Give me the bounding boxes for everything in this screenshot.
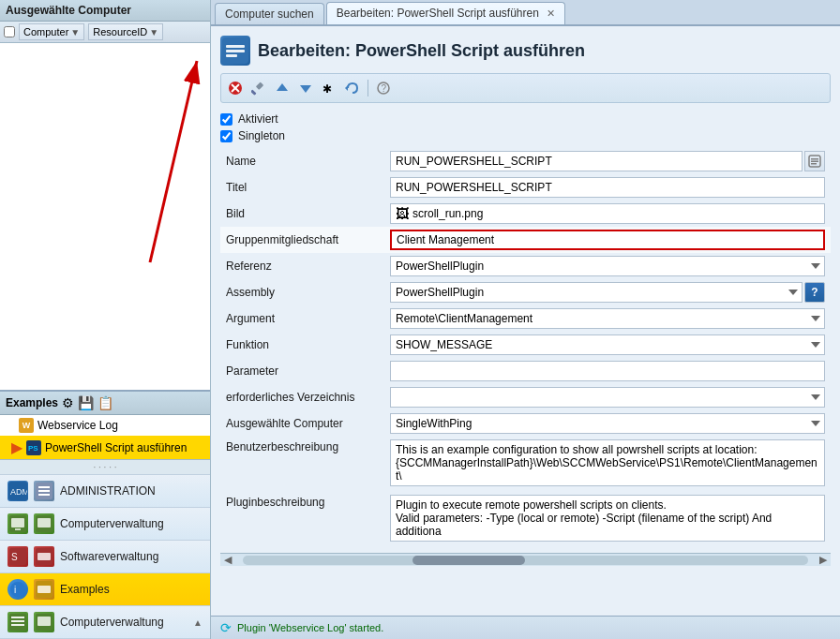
svg-rect-26 xyxy=(38,617,51,626)
software-icon: S xyxy=(8,546,28,567)
assembly-help-btn[interactable]: ? xyxy=(804,282,825,303)
field-cell-bild: 🖼 scroll_run.png xyxy=(384,201,831,227)
titel-input[interactable] xyxy=(390,177,825,198)
form-title-icon xyxy=(220,36,250,66)
tab-close-icon[interactable]: ✕ xyxy=(547,7,555,20)
examples-icon3[interactable]: 📋 xyxy=(98,395,113,410)
field-row-name: Name xyxy=(220,148,831,174)
sidebar-item-examples[interactable]: i Examples xyxy=(0,573,210,606)
assembly-select[interactable]: PowerShellPlugin xyxy=(390,282,802,303)
toolbar-help-btn[interactable]: ? xyxy=(373,78,394,98)
svg-rect-31 xyxy=(226,50,245,52)
status-text: Plugin 'Webservice Log' started. xyxy=(237,622,383,633)
scroll-thumb[interactable] xyxy=(412,556,526,565)
verzeichnis-select[interactable] xyxy=(390,387,825,408)
svg-rect-45 xyxy=(811,158,818,160)
sidebar-item-software[interactable]: S Softwareverwaltung xyxy=(0,541,210,573)
field-row-argument: Argument Remote\ClientManagement xyxy=(220,305,831,332)
name-input[interactable] xyxy=(390,151,802,171)
field-cell-name xyxy=(384,148,831,174)
referenz-select[interactable]: PowerShellPlugin xyxy=(390,256,825,276)
scroll-left-btn[interactable]: ◀ xyxy=(220,554,235,566)
sidebar-item-computer[interactable]: Computerverwaltung xyxy=(0,508,210,541)
field-row-assembly: Assembly PowerShellPlugin ? xyxy=(220,279,831,305)
svg-rect-10 xyxy=(15,528,21,530)
sidebar-item-computer2[interactable]: Computerverwaltung ▲ xyxy=(0,606,210,639)
tab-computer-suchen[interactable]: Computer suchen xyxy=(215,3,324,24)
parameter-input[interactable] xyxy=(390,361,825,381)
tree-item-ps-icon: PS xyxy=(26,440,41,455)
svg-rect-46 xyxy=(811,161,818,163)
form-toolbar: ✱ ? xyxy=(220,73,831,103)
aktiviert-checkbox[interactable] xyxy=(220,113,232,126)
examples-nav-icon2 xyxy=(34,579,54,600)
bild-icon: 🖼 xyxy=(396,206,409,221)
bild-field[interactable]: 🖼 scroll_run.png xyxy=(390,203,825,224)
toolbar-star-btn[interactable]: ✱ xyxy=(319,78,339,98)
tree-item-ps-label: PowerShell Script ausführen xyxy=(45,441,187,454)
resourceid-col-header[interactable]: ResourceID ▼ xyxy=(88,23,163,40)
examples-icon2[interactable]: 💾 xyxy=(78,395,94,410)
field-row-bild: Bild 🖼 scroll_run.png xyxy=(220,201,831,227)
toolbar-up-btn[interactable] xyxy=(272,78,292,98)
benutzerbeschreibung-textarea[interactable]: This is an example configuration to show… xyxy=(390,439,825,486)
svg-rect-23 xyxy=(11,620,24,622)
computer-col-header[interactable]: Computer ▼ xyxy=(19,23,84,40)
singleton-label: Singleton xyxy=(238,129,285,142)
name-browse-btn[interactable] xyxy=(804,151,825,171)
column-headers: Computer ▼ ResourceID ▼ xyxy=(0,22,210,43)
status-icon: ⟳ xyxy=(220,620,232,635)
funktion-select[interactable]: SHOW_MESSAGE xyxy=(390,334,825,355)
sidebar-item-admin[interactable]: ADM ADMINISTRATION xyxy=(0,475,210,508)
computer-select[interactable]: SingleWithPing xyxy=(390,413,825,434)
svg-rect-30 xyxy=(226,45,245,48)
sidebar-nav: · · · · · ADM ADMINISTRATION xyxy=(0,459,210,639)
ws-icon: W xyxy=(19,418,34,433)
tab-bar: Computer suchen Bearbeiten: PowerShell S… xyxy=(211,0,840,26)
gruppe-input[interactable] xyxy=(390,230,825,250)
svg-text:✱: ✱ xyxy=(322,82,332,95)
tab-bearbeiten[interactable]: Bearbeiten: PowerShell Script ausführen … xyxy=(326,2,565,24)
tree-item-webservice[interactable]: W Webservice Log xyxy=(0,415,210,436)
bild-value: scroll_run.png xyxy=(412,207,483,220)
toolbar-down-btn[interactable] xyxy=(295,78,316,98)
argument-select[interactable]: Remote\ClientManagement xyxy=(390,308,825,329)
toolbar-undo-btn[interactable] xyxy=(342,78,363,98)
software-label: Softwareverwaltung xyxy=(60,550,158,563)
svg-rect-6 xyxy=(38,490,50,492)
assembly-group: PowerShellPlugin ? xyxy=(390,282,825,303)
svg-text:S: S xyxy=(11,552,18,562)
scroll-right-btn[interactable]: ▶ xyxy=(816,554,831,566)
examples-icon1[interactable]: ⚙ xyxy=(62,395,74,410)
horizontal-scrollbar[interactable]: ◀ ▶ xyxy=(220,553,831,566)
svg-rect-22 xyxy=(11,617,24,618)
toolbar-delete-btn[interactable] xyxy=(225,78,246,98)
field-row-pluginbeschreibung: Pluginbeschreibung Plugin to execute rem… xyxy=(220,492,831,547)
scroll-track xyxy=(243,556,808,565)
form-fields-table: Name Titel xyxy=(220,148,831,547)
svg-rect-20 xyxy=(38,586,51,593)
field-cell-funktion: SHOW_MESSAGE xyxy=(384,332,831,358)
svg-marker-38 xyxy=(277,83,288,91)
field-row-gruppe: Gruppenmitgliedschaft xyxy=(220,227,831,253)
resourceid-col-label: ResourceID xyxy=(93,26,147,37)
examples-label: Examples xyxy=(6,396,58,409)
tree-item-webservice-icon: W xyxy=(19,418,34,433)
svg-text:PS: PS xyxy=(28,444,38,453)
pluginbeschreibung-textarea[interactable]: Plugin to execute remote powershell scri… xyxy=(390,495,825,542)
select-all-checkbox[interactable] xyxy=(4,26,15,37)
right-panel: Computer suchen Bearbeiten: PowerShell S… xyxy=(211,0,840,639)
form-title-text: Bearbeiten: PowerShell Script ausführen xyxy=(258,41,585,61)
computer-filter-icon: ▼ xyxy=(70,27,80,37)
computer2-icon2 xyxy=(34,612,54,632)
field-row-computer: Ausgewählte Computer SingleWithPing xyxy=(220,410,831,437)
form-title: Bearbeiten: PowerShell Script ausführen xyxy=(220,36,831,66)
admin-icon: ADM xyxy=(8,481,28,501)
svg-rect-9 xyxy=(11,518,24,528)
singleton-checkbox[interactable] xyxy=(220,130,232,142)
svg-point-17 xyxy=(10,582,25,597)
tree-item-powershell[interactable]: ▶ PS PowerShell Script ausführen xyxy=(0,436,210,459)
toolbar-hammer-btn[interactable] xyxy=(248,78,269,98)
software-icon2 xyxy=(34,546,54,567)
admin-label: ADMINISTRATION xyxy=(60,484,156,498)
